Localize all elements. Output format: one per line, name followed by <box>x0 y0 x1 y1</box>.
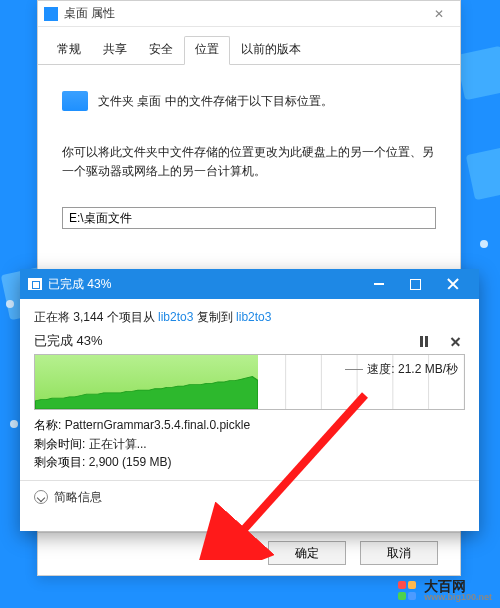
cancel-copy-button[interactable] <box>450 336 461 347</box>
close-button[interactable] <box>433 269 473 299</box>
folder-large-icon <box>62 91 88 111</box>
tab-strip: 常规共享安全位置以前的版本 <box>38 27 460 65</box>
close-button[interactable]: ✕ <box>424 7 454 21</box>
watermark-logo <box>398 581 418 601</box>
location-description: 你可以将此文件夹中文件存储的位置更改为此硬盘上的另一个位置、另一个驱动器或网络上… <box>62 143 436 181</box>
copy-source-link[interactable]: lib2to3 <box>158 310 193 324</box>
speed-readout: 速度: 21.2 MB/秒 <box>345 361 458 378</box>
copy-progress-window: 已完成 43% 正在将 3,144 个项目从 lib2to3 复制到 lib2t… <box>20 269 479 531</box>
copy-dest-link[interactable]: lib2to3 <box>236 310 271 324</box>
window-title: 桌面 属性 <box>64 5 424 22</box>
watermark: 大百网 www.big100.net <box>398 579 492 602</box>
ok-button[interactable]: 确定 <box>268 541 346 565</box>
tab-1[interactable]: 共享 <box>92 36 138 65</box>
maximize-button[interactable] <box>397 269 433 299</box>
tab-3[interactable]: 位置 <box>184 36 230 65</box>
tab-0[interactable]: 常规 <box>46 36 92 65</box>
pause-button[interactable] <box>420 336 428 347</box>
watermark-url: www.big100.net <box>424 593 492 602</box>
copy-window-icon <box>28 278 42 290</box>
cancel-button[interactable]: 取消 <box>360 541 438 565</box>
copy-titlebar[interactable]: 已完成 43% <box>20 269 479 299</box>
tab-4[interactable]: 以前的版本 <box>230 36 312 65</box>
copy-summary: 正在将 3,144 个项目从 lib2to3 复制到 lib2to3 <box>34 309 465 326</box>
copy-meta: 名称: PatternGrammar3.5.4.final.0.pickle 剩… <box>34 416 465 472</box>
copy-window-title: 已完成 43% <box>48 276 361 293</box>
chart-fill <box>35 355 258 409</box>
location-summary: 文件夹 桌面 中的文件存储于以下目标位置。 <box>98 93 333 110</box>
minimize-button[interactable] <box>361 269 397 299</box>
titlebar[interactable]: 桌面 属性 ✕ <box>38 1 460 27</box>
watermark-brand: 大百网 <box>424 579 492 593</box>
folder-icon <box>44 7 58 21</box>
progress-label: 已完成 43% <box>34 332 103 350</box>
more-info-toggle[interactable]: 简略信息 <box>34 489 465 506</box>
tab-2[interactable]: 安全 <box>138 36 184 65</box>
speed-chart: 速度: 21.2 MB/秒 <box>34 354 465 410</box>
chevron-down-icon <box>34 490 48 504</box>
path-input[interactable] <box>62 207 436 229</box>
